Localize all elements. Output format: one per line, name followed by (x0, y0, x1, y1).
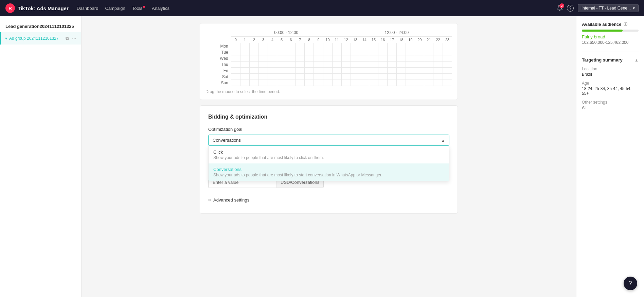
schedule-time-cell[interactable] (397, 80, 406, 86)
schedule-time-cell[interactable] (388, 49, 397, 55)
schedule-time-cell[interactable] (258, 49, 268, 55)
schedule-time-cell[interactable] (268, 74, 277, 80)
account-selector[interactable]: Internal - TT - Lead Gene... ▾ (578, 4, 639, 12)
schedule-time-cell[interactable] (231, 49, 240, 55)
schedule-time-cell[interactable] (240, 43, 249, 49)
schedule-time-cell[interactable] (415, 49, 424, 55)
schedule-time-cell[interactable] (369, 49, 378, 55)
schedule-time-cell[interactable] (323, 74, 332, 80)
schedule-time-cell[interactable] (351, 49, 360, 55)
schedule-time-cell[interactable] (258, 55, 268, 62)
schedule-time-cell[interactable] (397, 43, 406, 49)
schedule-time-cell[interactable] (415, 68, 424, 74)
schedule-time-cell[interactable] (415, 62, 424, 68)
schedule-time-cell[interactable] (424, 74, 433, 80)
schedule-time-cell[interactable] (406, 49, 415, 55)
schedule-time-cell[interactable] (240, 68, 249, 74)
schedule-time-cell[interactable] (415, 80, 424, 86)
schedule-time-cell[interactable] (378, 43, 388, 49)
schedule-time-cell[interactable] (443, 55, 452, 62)
schedule-time-cell[interactable] (249, 80, 258, 86)
schedule-time-cell[interactable] (397, 68, 406, 74)
schedule-time-cell[interactable] (258, 62, 268, 68)
schedule-time-cell[interactable] (258, 80, 268, 86)
schedule-time-cell[interactable] (277, 43, 286, 49)
schedule-time-cell[interactable] (286, 74, 296, 80)
schedule-time-cell[interactable] (332, 80, 341, 86)
schedule-time-cell[interactable] (424, 49, 433, 55)
schedule-time-cell[interactable] (406, 43, 415, 49)
schedule-time-cell[interactable] (433, 55, 443, 62)
schedule-time-cell[interactable] (249, 49, 258, 55)
schedule-time-cell[interactable] (378, 74, 388, 80)
schedule-time-cell[interactable] (433, 80, 443, 86)
schedule-time-cell[interactable] (268, 49, 277, 55)
schedule-time-cell[interactable] (332, 43, 341, 49)
nav-analytics[interactable]: Analytics (152, 6, 169, 11)
schedule-time-cell[interactable] (369, 68, 378, 74)
schedule-time-cell[interactable] (323, 55, 332, 62)
schedule-time-cell[interactable] (424, 62, 433, 68)
schedule-time-cell[interactable] (360, 68, 369, 74)
schedule-time-cell[interactable] (433, 43, 443, 49)
advanced-settings-toggle[interactable]: ⊕ Advanced settings (208, 195, 449, 205)
nav-campaign[interactable]: Campaign (105, 6, 125, 11)
schedule-time-cell[interactable] (231, 68, 240, 74)
schedule-time-cell[interactable] (443, 74, 452, 80)
schedule-time-cell[interactable] (406, 68, 415, 74)
schedule-time-cell[interactable] (332, 62, 341, 68)
schedule-time-cell[interactable] (240, 62, 249, 68)
schedule-time-cell[interactable] (369, 43, 378, 49)
schedule-time-cell[interactable] (305, 68, 314, 74)
schedule-time-cell[interactable] (277, 62, 286, 68)
schedule-time-cell[interactable] (369, 55, 378, 62)
schedule-time-cell[interactable] (231, 43, 240, 49)
schedule-time-cell[interactable] (378, 55, 388, 62)
nav-tools[interactable]: Tools (132, 6, 145, 11)
support-button[interactable]: ? (624, 277, 637, 290)
schedule-time-cell[interactable] (268, 80, 277, 86)
schedule-time-cell[interactable] (332, 49, 341, 55)
dropdown-selected-value[interactable]: Conversations ▲ (208, 135, 449, 146)
nav-dashboard[interactable]: Dashboard (77, 6, 99, 11)
schedule-time-cell[interactable] (424, 80, 433, 86)
schedule-time-cell[interactable] (305, 74, 314, 80)
schedule-time-cell[interactable] (415, 55, 424, 62)
schedule-time-cell[interactable] (332, 74, 341, 80)
schedule-time-cell[interactable] (314, 43, 323, 49)
schedule-time-cell[interactable] (351, 55, 360, 62)
schedule-time-cell[interactable] (351, 43, 360, 49)
schedule-time-cell[interactable] (351, 68, 360, 74)
schedule-time-cell[interactable] (443, 68, 452, 74)
schedule-time-cell[interactable] (277, 74, 286, 80)
schedule-time-cell[interactable] (231, 55, 240, 62)
optimization-goal-dropdown[interactable]: Conversations ▲ Click Show your ads to p… (208, 135, 449, 146)
schedule-time-cell[interactable] (277, 49, 286, 55)
schedule-time-cell[interactable] (268, 62, 277, 68)
schedule-time-cell[interactable] (369, 80, 378, 86)
schedule-time-cell[interactable] (323, 62, 332, 68)
schedule-time-cell[interactable] (323, 49, 332, 55)
schedule-time-cell[interactable] (314, 74, 323, 80)
adgroup-copy-icon[interactable]: ⧉ (65, 35, 69, 42)
schedule-time-cell[interactable] (388, 62, 397, 68)
schedule-time-cell[interactable] (296, 43, 305, 49)
schedule-time-cell[interactable] (378, 68, 388, 74)
schedule-time-cell[interactable] (286, 62, 296, 68)
schedule-time-cell[interactable] (378, 80, 388, 86)
schedule-time-cell[interactable] (258, 68, 268, 74)
schedule-time-cell[interactable] (424, 68, 433, 74)
schedule-time-cell[interactable] (388, 74, 397, 80)
schedule-time-cell[interactable] (397, 74, 406, 80)
schedule-time-cell[interactable] (360, 80, 369, 86)
schedule-time-cell[interactable] (433, 68, 443, 74)
schedule-time-cell[interactable] (341, 80, 351, 86)
schedule-time-cell[interactable] (378, 49, 388, 55)
schedule-time-cell[interactable] (433, 74, 443, 80)
schedule-time-cell[interactable] (305, 55, 314, 62)
schedule-time-cell[interactable] (388, 80, 397, 86)
schedule-time-cell[interactable] (369, 74, 378, 80)
schedule-time-cell[interactable] (360, 49, 369, 55)
adgroup-more-icon[interactable]: ⋯ (71, 35, 77, 42)
schedule-time-cell[interactable] (268, 43, 277, 49)
